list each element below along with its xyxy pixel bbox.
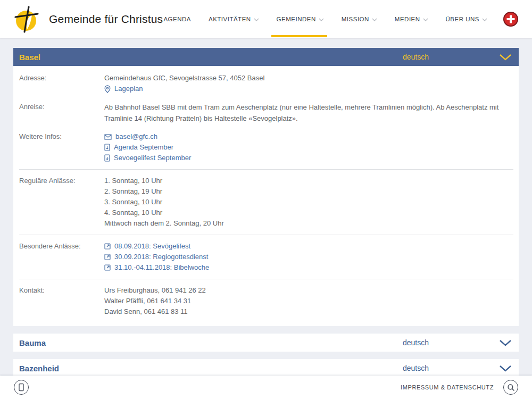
cross-sun-logo-icon [13, 5, 40, 33]
file-download-icon [104, 154, 110, 162]
nav-label: ÜBER UNS [446, 16, 479, 22]
chevron-down-icon [423, 18, 428, 21]
search-button[interactable] [503, 380, 518, 395]
file-download-icon [104, 144, 110, 151]
regular-event: 1. Sonntag, 10 Uhr [104, 176, 513, 186]
section-divider [19, 235, 513, 235]
contact-line: Urs Freiburghaus, 061 941 26 22 [104, 285, 513, 296]
row-value: 08.09.2018: Sevögelifest 30.09.2018: Reg… [104, 241, 513, 273]
section-divider [19, 279, 513, 279]
nav-item-mission[interactable]: MISSION [342, 0, 377, 38]
row-label: Reguläre Anlässe: [19, 176, 104, 229]
special-event-link[interactable]: 31.10.-04.11.2018: Bibelwoche [104, 262, 513, 273]
regular-event: Mittwoch nach dem 2. Sonntag, 20 Uhr [104, 218, 513, 229]
smartphone-icon [18, 383, 24, 392]
special-event-label: 30.09.2018: Regiogottesdienst [114, 252, 208, 262]
row-value: 1. Sonntag, 10 Uhr 2. Sonntag, 19 Uhr 3.… [104, 176, 513, 229]
accordion-title: Bazenheid [19, 364, 59, 373]
row-label: Besondere Anlässe: [19, 241, 104, 273]
site-header: Gemeinde für Christus AGENDA AKTIVITÄTEN… [0, 0, 532, 38]
nav-item-medien[interactable]: MEDIEN [395, 0, 428, 38]
chevron-down-icon [482, 18, 487, 21]
row-value: Urs Freiburghaus, 061 941 26 22 Walter P… [104, 285, 513, 317]
brand-title: Gemeinde für Christus [49, 13, 163, 26]
row-anreise: Anreise: Ab Bahnhof Basel SBB mit dem Tr… [19, 98, 513, 128]
accordion-language: deutsch [403, 338, 429, 347]
nav-label: MEDIEN [395, 16, 420, 22]
language-flag-button[interactable] [502, 11, 519, 28]
sevoegelifest-september-label: Sevoegelifest September [114, 153, 191, 163]
section-divider [19, 169, 513, 170]
special-event-label: 31.10.-04.11.2018: Bibelwoche [114, 262, 209, 273]
row-value: Gemeindehaus GfC, Sevogelstrasse 57, 405… [104, 73, 513, 94]
row-value: basel@gfc.ch Agenda September Sevoegelif… [104, 131, 513, 163]
search-icon [507, 384, 515, 392]
accordion-body-basel: Adresse: Gemeindehaus GfC, Sevogelstrass… [13, 66, 519, 326]
nav-item-ueber-uns[interactable]: ÜBER UNS [446, 0, 487, 38]
external-link-icon [104, 243, 111, 250]
nav-label: GEMEINDEN [277, 16, 316, 22]
mobile-button[interactable] [14, 380, 29, 395]
contact-line: Walter Pfäffli, 061 641 34 31 [104, 296, 513, 306]
email-label: basel@gfc.ch [115, 131, 157, 142]
row-label: Kontakt: [19, 285, 104, 317]
anreise-text: Ab Bahnhof Basel SBB mit dem Tram zum Ae… [104, 102, 513, 124]
chevron-down-icon [499, 339, 512, 346]
regular-event: 3. Sonntag, 10 Uhr [104, 197, 513, 207]
row-weitere-infos: Weitere Infos: basel@gfc.ch Agenda Septe… [19, 128, 513, 167]
row-adresse: Adresse: Gemeindehaus GfC, Sevogelstrass… [19, 69, 513, 98]
nav-item-agenda[interactable]: AGENDA [163, 0, 191, 38]
impressum-link[interactable]: IMPRESSUM & DATENSCHUTZ [401, 384, 494, 390]
nav-label: MISSION [342, 16, 369, 22]
chevron-down-icon [499, 54, 512, 61]
accordion-header-bazenheid[interactable]: Bazenheid deutsch [13, 359, 519, 377]
accordion-language: deutsch [403, 53, 429, 61]
external-link-icon [104, 254, 111, 260]
chevron-down-icon [499, 365, 512, 372]
regular-event: 4. Sonntag, 10 Uhr [104, 207, 513, 218]
email-link[interactable]: basel@gfc.ch [104, 131, 513, 142]
nav-label: AKTIVITÄTEN [209, 16, 251, 22]
swiss-flag-icon [503, 11, 519, 27]
accordion-header-basel[interactable]: Basel deutsch [13, 48, 519, 66]
nav-item-gemeinden[interactable]: GEMEINDEN [277, 0, 324, 38]
row-label: Adresse: [19, 73, 104, 94]
row-label: Anreise: [19, 102, 104, 124]
special-event-label: 08.09.2018: Sevögelifest [114, 241, 190, 252]
accordion-language: deutsch [403, 364, 429, 372]
regular-event: 2. Sonntag, 19 Uhr [104, 186, 513, 197]
contact-line: David Senn, 061 461 83 11 [104, 306, 513, 317]
main-nav: AGENDA AKTIVITÄTEN GEMEINDEN MISSION MED… [163, 0, 487, 38]
mail-icon [104, 134, 112, 140]
agenda-september-label: Agenda September [114, 142, 173, 153]
chevron-down-icon [372, 18, 377, 21]
nav-item-aktivitaeten[interactable]: AKTIVITÄTEN [209, 0, 259, 38]
external-link-icon [104, 264, 111, 271]
sevoegelifest-september-link[interactable]: Sevoegelifest September [104, 153, 513, 163]
row-regulaere-anlaesse: Reguläre Anlässe: 1. Sonntag, 10 Uhr 2. … [19, 172, 513, 232]
special-event-link[interactable]: 30.09.2018: Regiogottesdienst [104, 252, 513, 262]
row-besondere-anlaesse: Besondere Anlässe: 08.09.2018: Sevögelif… [19, 237, 513, 277]
lageplan-link[interactable]: Lageplan [104, 84, 513, 94]
map-pin-icon [104, 85, 111, 93]
agenda-september-link[interactable]: Agenda September [104, 142, 513, 153]
chevron-down-icon [319, 18, 324, 21]
special-event-link[interactable]: 08.09.2018: Sevögelifest [104, 241, 513, 252]
site-footer: IMPRESSUM & DATENSCHUTZ [0, 376, 532, 399]
brand-logo[interactable]: Gemeinde für Christus [13, 5, 163, 33]
accordion-title: Basel [19, 53, 40, 62]
row-label: Weitere Infos: [19, 131, 104, 163]
accordion-header-bauma[interactable]: Bauma deutsch [13, 334, 519, 352]
row-kontakt: Kontakt: Urs Freiburghaus, 061 941 26 22… [19, 281, 513, 321]
address-text: Gemeindehaus GfC, Sevogelstrasse 57, 405… [104, 73, 513, 84]
nav-label: AGENDA [163, 16, 191, 22]
chevron-down-icon [254, 18, 259, 21]
accordion-title: Bauma [19, 338, 46, 347]
lageplan-label: Lageplan [114, 84, 143, 94]
accordion-section-basel: Basel deutsch Adresse: Gemeindehaus GfC,… [13, 48, 519, 326]
page-content: Basel deutsch Adresse: Gemeindehaus GfC,… [13, 48, 519, 399]
